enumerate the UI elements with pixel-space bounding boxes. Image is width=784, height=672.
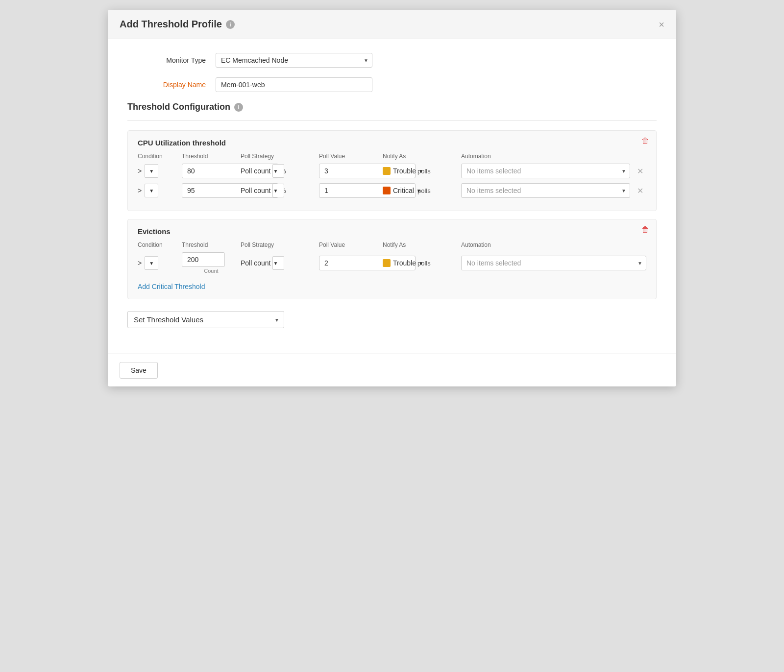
evictions-row1-poll-strategy-select[interactable]: ▼ [272,256,284,270]
cpu-row1-automation-select[interactable]: No items selected [461,164,630,178]
col-header-notify-as: Notify As [383,153,461,160]
cpu-row2-automation: No items selected ✕ [461,183,646,198]
evictions-block-title: Evictions [138,227,646,236]
evictions-row1-threshold-wrapper: Count [182,252,241,274]
threshold-config-section-header: Threshold Configuration i [127,102,657,112]
cpu-row2-poll-strategy-select[interactable]: ▼ [272,184,284,197]
evictions-delete-icon[interactable]: 🗑 [641,225,649,234]
evictions-row1-condition: > ▼ [138,256,182,270]
col-header-automation: Automation [461,153,646,160]
close-icon[interactable]: × [659,20,664,29]
set-threshold-wrapper: Set Threshold Values [127,311,284,328]
cpu-row2-condition-sign: > [138,187,142,194]
evictions-col-header-automation: Automation [461,241,646,248]
evictions-row1-threshold [182,252,241,267]
cpu-row1-condition: > ▼ [138,164,182,178]
evictions-row1-automation-select[interactable]: No items selected [461,256,646,270]
monitor-type-select[interactable]: EC Memcached Node [216,53,372,68]
cpu-row2-notify-label: Critical [393,187,414,194]
evictions-col-header-notify-as: Notify As [383,241,461,248]
evictions-row1-poll-strategy-text: Poll count [241,259,270,267]
evictions-row1-poll-strategy: Poll count ▼ [241,256,319,270]
monitor-type-label: Monitor Type [127,56,216,64]
cpu-row1-automation: No items selected ✕ [461,164,646,178]
title-info-icon[interactable]: i [226,20,235,29]
evictions-row1-condition-sign: > [138,259,142,267]
evictions-col-header-poll-strategy: Poll Strategy [241,241,319,248]
cpu-row1-notify: Trouble ▼ [383,167,461,175]
cpu-row1-condition-select[interactable]: ▼ [145,164,158,178]
modal-title-text: Add Threshold Profile [120,19,222,30]
cpu-row1-poll-strategy-wrapper: ▼ [272,164,284,178]
cpu-threshold-block: 🗑 CPU Utilization threshold Condition Th… [127,130,657,211]
cpu-row2-condition: > ▼ [138,184,182,197]
evictions-row1-automation: No items selected [461,256,646,270]
cpu-delete-icon[interactable]: 🗑 [641,137,649,145]
cpu-row2-notify-arrow[interactable]: ▼ [416,188,421,193]
cpu-row-2: > ▼ % Poll count ▼ [138,183,646,198]
evictions-row1-notify: Trouble ▼ [383,259,461,267]
evictions-threshold-block: 🗑 Evictions Condition Threshold Poll Str… [127,219,657,299]
col-header-condition: Condition [138,153,182,160]
cpu-row1-notify-color [383,167,391,175]
evictions-row1-condition-select[interactable]: ▼ [145,256,158,270]
cpu-row2-automation-wrapper: No items selected [461,183,630,198]
modal-container: Add Threshold Profile i × Monitor Type E… [108,10,676,386]
evictions-row1-poll-value: polls [319,256,383,270]
evictions-row-1: > ▼ Count Poll count ▼ [138,252,646,274]
cpu-row2-poll-strategy-wrapper: ▼ [272,184,284,197]
modal-header: Add Threshold Profile i × [108,10,676,39]
threshold-config-title: Threshold Configuration [127,102,230,112]
add-critical-threshold-link[interactable]: Add Critical Threshold [138,283,205,290]
col-header-threshold: Threshold [182,153,241,160]
col-header-poll-strategy: Poll Strategy [241,153,319,160]
cpu-row1-threshold: % [182,164,241,178]
evictions-col-headers: Condition Threshold Poll Strategy Poll V… [138,241,646,248]
cpu-row2-condition-select[interactable]: ▼ [145,184,158,197]
evictions-row1-notify-arrow[interactable]: ▼ [418,261,423,266]
cpu-row1-poll-strategy: Poll count ▼ [241,164,319,178]
evictions-row1-notify-label: Trouble [393,259,416,267]
modal-title-container: Add Threshold Profile i [120,19,235,30]
cpu-row2-remove-btn[interactable]: ✕ [634,186,646,195]
col-header-poll-value: Poll Value [319,153,383,160]
cpu-row1-poll-value: polls [319,164,383,178]
display-name-row: Display Name [127,77,657,92]
cpu-row1-automation-wrapper: No items selected [461,164,630,178]
section-divider [127,120,657,120]
set-threshold-row: Set Threshold Values [127,311,657,328]
evictions-col-header-poll-value: Poll Value [319,241,383,248]
evictions-row1-automation-wrapper: No items selected [461,256,646,270]
cpu-row2-poll-strategy-text: Poll count [241,187,270,194]
evictions-row1-notify-color [383,259,391,267]
cpu-row1-condition-sign: > [138,167,142,175]
monitor-type-select-wrapper: EC Memcached Node [216,53,372,68]
cpu-row2-threshold: % [182,183,241,198]
cpu-row1-poll-strategy-select[interactable]: ▼ [272,164,284,178]
display-name-input[interactable] [216,77,372,92]
save-button[interactable]: Save [120,362,158,379]
cpu-row-1: > ▼ % Poll count ▼ [138,164,646,178]
evictions-col-header-threshold: Threshold [182,241,241,248]
cpu-row1-remove-btn[interactable]: ✕ [634,167,646,176]
cpu-row1-notify-arrow[interactable]: ▼ [418,168,423,174]
cpu-row1-notify-label: Trouble [393,167,416,175]
cpu-row2-automation-select[interactable]: No items selected [461,183,630,198]
modal-footer: Save [108,354,676,386]
evictions-row1-poll-strategy-wrapper: ▼ [272,256,284,270]
cpu-row2-notify-color [383,187,391,194]
cpu-row1-poll-strategy-text: Poll count [241,167,270,175]
display-name-label: Display Name [127,81,216,89]
cpu-row2-poll-value: polls [319,183,383,198]
evictions-col-header-condition: Condition [138,241,182,248]
cpu-col-headers: Condition Threshold Poll Strategy Poll V… [138,153,646,160]
set-threshold-select[interactable]: Set Threshold Values [127,311,284,328]
evictions-row1-threshold-input[interactable] [182,252,225,267]
cpu-block-title: CPU Utilization threshold [138,139,646,147]
cpu-row2-poll-strategy: Poll count ▼ [241,184,319,197]
monitor-type-row: Monitor Type EC Memcached Node [127,53,657,68]
evictions-row1-sublabel: Count [182,268,241,274]
threshold-config-info-icon[interactable]: i [234,103,243,112]
cpu-row2-notify: Critical ▼ [383,187,461,194]
modal-body: Monitor Type EC Memcached Node Display N… [108,39,676,354]
